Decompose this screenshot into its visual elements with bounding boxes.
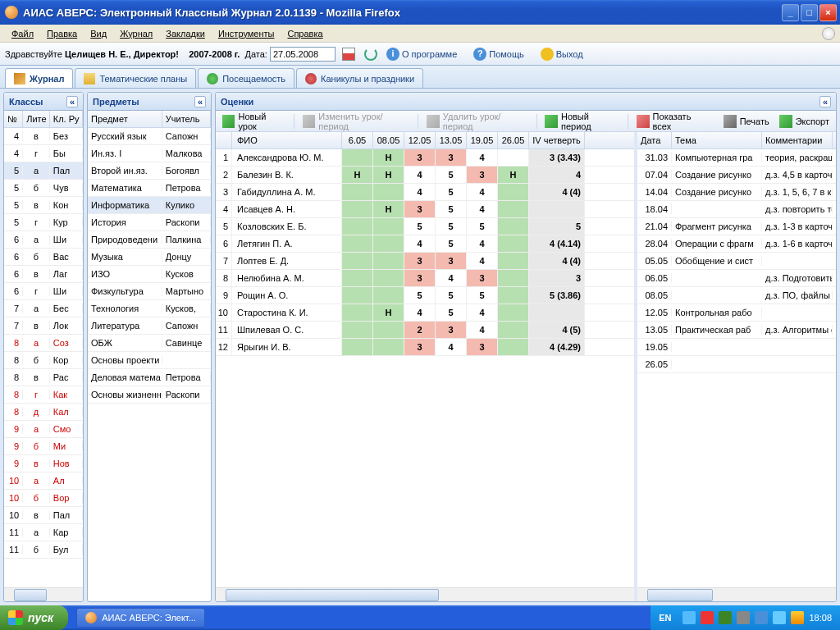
- language-indicator[interactable]: EN: [659, 613, 671, 623]
- col-date-0[interactable]: 6.05: [342, 132, 373, 148]
- minimize-button[interactable]: _: [782, 4, 799, 21]
- table-row[interactable]: 6бВас: [4, 249, 83, 266]
- tab-attendance[interactable]: Посещаемость: [198, 68, 294, 88]
- table-row[interactable]: 7Лоптев Е. Д.3344 (4): [216, 253, 634, 270]
- h-scrollbar[interactable]: [4, 587, 83, 601]
- table-row[interactable]: ИЗОКусков: [88, 266, 211, 283]
- table-row[interactable]: 6вЛаг: [4, 266, 83, 283]
- tray-icon[interactable]: [701, 611, 714, 624]
- table-row[interactable]: 12Ярыгин И. В.3434 (4.29): [216, 339, 634, 356]
- col-date-2[interactable]: 12.05: [404, 132, 436, 148]
- tray-icon[interactable]: [755, 611, 768, 624]
- table-row[interactable]: 3Габидуллина А. М.4544 (4): [216, 184, 634, 201]
- maximize-button[interactable]: □: [801, 4, 818, 21]
- info-icon[interactable]: i: [386, 48, 399, 61]
- exit-icon[interactable]: [541, 48, 554, 61]
- table-row[interactable]: 5вКон: [4, 197, 83, 214]
- table-row[interactable]: МузыкаДонцу: [88, 249, 211, 266]
- exit-link[interactable]: Выход: [556, 49, 583, 59]
- tab-plans[interactable]: Тематические планы: [75, 68, 196, 88]
- table-row[interactable]: ТехнологияКусков,: [88, 300, 211, 317]
- print-button[interactable]: Печать: [720, 113, 773, 130]
- table-row[interactable]: 4Исавцев А. Н.Н354: [216, 201, 634, 218]
- table-row[interactable]: 10аАл: [4, 472, 83, 490]
- table-row[interactable]: 6Летягин П. А.4544 (4.14): [216, 235, 634, 253]
- col-date[interactable]: Дата: [637, 132, 672, 148]
- col-date-4[interactable]: 19.05: [467, 132, 498, 148]
- col-subject[interactable]: Предмет: [88, 111, 162, 127]
- export-button[interactable]: Экспорт: [776, 113, 833, 130]
- table-row[interactable]: Основы жизненнРаскопи: [88, 386, 211, 404]
- tray-icon[interactable]: [682, 611, 696, 624]
- table-row[interactable]: 05.05Обобщение и сист: [637, 253, 836, 270]
- table-row[interactable]: 10бВор: [4, 490, 83, 507]
- table-row[interactable]: Ин.яз. IМалкова: [88, 145, 211, 162]
- table-row[interactable]: 5аПал: [4, 162, 83, 180]
- delete-button[interactable]: Удалить урок/период: [423, 110, 531, 133]
- edit-button[interactable]: Изменить урок/период: [299, 110, 413, 133]
- menu-tools[interactable]: Инструменты: [212, 27, 281, 40]
- help-icon[interactable]: ?: [473, 48, 486, 61]
- table-row[interactable]: 08.05д.з. ПО, файлы: [637, 287, 836, 304]
- col-fio[interactable]: ФИО: [232, 132, 342, 148]
- collapse-icon[interactable]: «: [194, 96, 206, 107]
- tab-journal[interactable]: Журнал: [5, 68, 73, 88]
- table-row[interactable]: 4вБез: [4, 128, 83, 145]
- table-row[interactable]: 11Шпилевая О. С.2344 (5): [216, 322, 634, 339]
- col-date-3[interactable]: 13.05: [436, 132, 467, 148]
- menu-history[interactable]: Журнал: [113, 27, 159, 40]
- table-row[interactable]: 8бКор: [4, 352, 83, 369]
- table-row[interactable]: 6гШи: [4, 283, 83, 300]
- taskbar-item[interactable]: АИАС АВЕРС: Элект...: [76, 608, 205, 628]
- table-row[interactable]: 14.04Создание рисункод.з. 1, 5, 6, 7 в к…: [637, 184, 836, 201]
- table-row[interactable]: 8Нелюбина А. М.3433: [216, 270, 634, 287]
- table-row[interactable]: 7вЛок: [4, 317, 83, 335]
- col-date-1[interactable]: 08.05: [373, 132, 404, 148]
- table-row[interactable]: 7аБес: [4, 300, 83, 317]
- table-row[interactable]: 28.04Операции с фрагмд.з. 1-6 в карточк: [637, 235, 836, 253]
- help-link[interactable]: Помощь: [489, 49, 524, 59]
- col-comment[interactable]: Комментарии: [762, 132, 833, 148]
- table-row[interactable]: 5бЧув: [4, 180, 83, 197]
- start-button[interactable]: пуск: [0, 605, 68, 630]
- menu-file[interactable]: Файл: [5, 27, 40, 40]
- table-row[interactable]: ИнформатикаКулико: [88, 197, 211, 214]
- table-row[interactable]: 2Балезин В. К.НН453Н4: [216, 167, 634, 184]
- table-row[interactable]: МатематикаПетрова: [88, 180, 211, 197]
- h-scrollbar[interactable]: [637, 587, 836, 601]
- table-row[interactable]: ОБЖСавинце: [88, 335, 211, 352]
- table-row[interactable]: 18.04д.з. повторить те: [637, 201, 836, 218]
- table-row[interactable]: 8аСоз: [4, 335, 83, 352]
- tray-icon[interactable]: [737, 611, 750, 624]
- table-row[interactable]: Русский языкСапожн: [88, 128, 211, 145]
- menu-bookmarks[interactable]: Закладки: [159, 27, 212, 40]
- table-row[interactable]: 8дКал: [4, 404, 83, 421]
- menu-view[interactable]: Вид: [84, 27, 113, 40]
- collapse-icon[interactable]: «: [819, 96, 831, 107]
- table-row[interactable]: 11аКар: [4, 524, 83, 541]
- table-row[interactable]: 11бБул: [4, 541, 83, 559]
- calendar-icon[interactable]: [342, 48, 355, 61]
- table-row[interactable]: 5Козловских Е. Б.5555: [216, 218, 634, 235]
- col-quarter[interactable]: IV четверть: [529, 132, 585, 148]
- table-row[interactable]: ЛитератураСапожн: [88, 317, 211, 335]
- table-row[interactable]: 9вНов: [4, 455, 83, 472]
- table-row[interactable]: 4гБы: [4, 145, 83, 162]
- table-row[interactable]: 8вРас: [4, 369, 83, 386]
- table-row[interactable]: 13.05Практическая рабд.з. Алгоритмы оп: [637, 322, 836, 339]
- menu-edit[interactable]: Правка: [40, 27, 84, 40]
- clock[interactable]: 18:08: [809, 613, 832, 623]
- col-topic[interactable]: Тема: [672, 132, 762, 148]
- table-row[interactable]: 31.03Компьютерная гратеория, раскраши: [637, 149, 836, 167]
- collapse-icon[interactable]: «: [66, 96, 78, 107]
- table-row[interactable]: 9бМи: [4, 438, 83, 455]
- table-row[interactable]: 5гКур: [4, 214, 83, 231]
- table-row[interactable]: 07.04Создание рисункод.з. 4,5 в карточк: [637, 167, 836, 184]
- table-row[interactable]: 21.04Фрагмент рисункад.з. 1-3 в карточк: [637, 218, 836, 235]
- menu-help[interactable]: Справка: [281, 27, 329, 40]
- col-letter[interactable]: Лите: [23, 111, 50, 127]
- table-row[interactable]: 9Рощин А. О.5555 (3.86): [216, 287, 634, 304]
- table-row[interactable]: 06.05д.з. Подготовить: [637, 270, 836, 287]
- table-row[interactable]: ПриродоведениПалкина: [88, 231, 211, 249]
- show-all-button[interactable]: Показать всех: [633, 110, 713, 133]
